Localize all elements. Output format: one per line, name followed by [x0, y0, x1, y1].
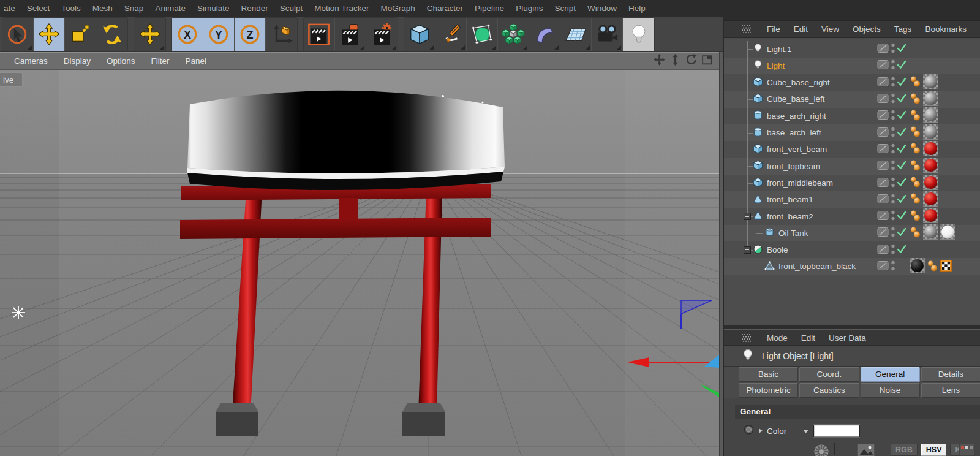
enabled-check-toggle[interactable]: [896, 59, 907, 72]
object-row-front-topbeam-black[interactable]: front_topbeam_black: [724, 258, 980, 275]
object-label[interactable]: front_beam1: [767, 191, 813, 208]
object-manager-list[interactable]: Light.1LightCube_base_rightCube_base_lef…: [724, 39, 980, 325]
material-black[interactable]: [910, 258, 925, 275]
object-manager-menu-edit[interactable]: Edit: [794, 25, 808, 34]
add-spline-button[interactable]: [435, 18, 467, 51]
collapse-toggle[interactable]: [744, 213, 751, 220]
layer-toggle[interactable]: [877, 244, 889, 256]
layer-toggle[interactable]: [877, 143, 889, 155]
menu-item-select[interactable]: Select: [27, 4, 50, 13]
collapse-toggle[interactable]: [744, 246, 751, 254]
phong-tag[interactable]: [910, 108, 921, 124]
tab-noise[interactable]: Noise: [861, 383, 920, 398]
color-mode-rgb[interactable]: RGB: [891, 444, 918, 456]
tab-basic[interactable]: Basic: [739, 367, 798, 382]
phong-tag[interactable]: [910, 125, 921, 140]
expand-arrow-icon[interactable]: [758, 425, 763, 436]
object-row-cube-base-right[interactable]: Cube_base_right: [724, 74, 980, 91]
object-label[interactable]: Oil Tank: [778, 225, 809, 241]
object-row-light[interactable]: Light: [724, 58, 980, 74]
enabled-check-toggle[interactable]: [896, 43, 907, 56]
layer-toggle[interactable]: [877, 211, 889, 222]
attribute-menu-edit[interactable]: Edit: [801, 333, 815, 343]
panel-splitter[interactable]: [719, 52, 723, 456]
tab-coord-[interactable]: Coord.: [799, 367, 859, 382]
menu-item-window[interactable]: Window: [587, 4, 617, 13]
menu-item-tools[interactable]: Tools: [61, 4, 81, 13]
add-deformer-button[interactable]: [529, 18, 560, 51]
viewport-menu-panel[interactable]: Panel: [186, 56, 207, 66]
viewport-menu-options[interactable]: Options: [107, 56, 135, 66]
material-gray[interactable]: [923, 224, 938, 241]
material-white[interactable]: [940, 224, 956, 241]
phong-tag[interactable]: [910, 192, 921, 207]
orbit-view-button[interactable]: [684, 54, 698, 69]
phong-tag[interactable]: [910, 92, 921, 107]
tab-caustics[interactable]: Caustics: [799, 383, 859, 398]
material-red[interactable]: [923, 158, 938, 175]
object-manager-menu-view[interactable]: View: [821, 25, 839, 34]
select-tool-button[interactable]: [2, 18, 34, 51]
phong-tag[interactable]: [910, 75, 921, 90]
visibility-dots-toggle[interactable]: [890, 158, 896, 175]
layer-toggle[interactable]: [877, 60, 889, 72]
object-label[interactable]: base_arch_left: [767, 124, 821, 141]
tab-general[interactable]: General: [861, 367, 920, 382]
enabled-check-toggle[interactable]: [896, 76, 907, 89]
viewport-menu-cameras[interactable]: Cameras: [14, 56, 48, 66]
phong-tag[interactable]: [910, 159, 921, 174]
menu-item-mesh[interactable]: Mesh: [92, 4, 113, 13]
enabled-check-toggle[interactable]: [896, 243, 907, 256]
rotate-tool-button[interactable]: [96, 18, 127, 51]
object-row-base-arch-left[interactable]: base_arch_left: [724, 124, 980, 141]
viewport-canvas[interactable]: [0, 70, 719, 456]
menu-item-mograph[interactable]: MoGraph: [381, 4, 415, 13]
enabled-check-toggle[interactable]: [896, 160, 907, 173]
material-red[interactable]: [923, 191, 938, 208]
material-gray[interactable]: [923, 107, 938, 124]
move-tool-button[interactable]: [34, 18, 65, 51]
menu-item-animate[interactable]: Animate: [155, 4, 186, 13]
visibility-dots-toggle[interactable]: [890, 141, 896, 158]
scale-tool-button[interactable]: [65, 18, 96, 51]
layer-toggle[interactable]: [877, 161, 889, 172]
layer-toggle[interactable]: [877, 261, 889, 273]
middle-beam[interactable]: [180, 218, 491, 239]
object-label[interactable]: front_vert_beam: [767, 141, 827, 158]
add-environment-button[interactable]: [560, 18, 592, 51]
visibility-dots-toggle[interactable]: [890, 91, 896, 108]
color-mode-hsv[interactable]: HSV: [921, 444, 947, 456]
material-gray[interactable]: [923, 91, 938, 108]
material-red[interactable]: [923, 141, 938, 158]
enabled-check-toggle[interactable]: [896, 177, 907, 189]
menu-item-character[interactable]: Character: [427, 4, 463, 13]
dropdown-arrow-icon[interactable]: [802, 425, 809, 436]
right-base[interactable]: [402, 412, 445, 436]
left-base[interactable]: [216, 412, 258, 436]
phong-tag[interactable]: [910, 226, 921, 241]
add-subdivision-surface-button[interactable]: [467, 18, 498, 51]
object-label[interactable]: front_topbeam_black: [778, 258, 856, 275]
phong-tag[interactable]: [910, 209, 921, 224]
material-gray[interactable]: [923, 74, 938, 91]
object-label[interactable]: Cube_base_right: [767, 74, 830, 91]
panel-grip-icon[interactable]: [741, 333, 751, 343]
left-base-top[interactable]: [216, 403, 258, 412]
viewport-panel[interactable]: CamerasDisplayOptionsFilterPanel ive: [0, 52, 719, 456]
right-base-top[interactable]: [402, 403, 445, 412]
color-mixer-icon[interactable]: [959, 444, 975, 456]
visibility-dots-toggle[interactable]: [890, 58, 896, 74]
add-light-button[interactable]: [623, 18, 654, 51]
visibility-dots-toggle[interactable]: [890, 41, 896, 58]
layer-toggle[interactable]: [877, 94, 889, 105]
object-row-boole[interactable]: Boole: [724, 241, 980, 258]
object-row-cube-base-left[interactable]: Cube_base_left: [724, 91, 980, 107]
menu-item-snap[interactable]: Snap: [124, 4, 144, 13]
menu-item-render[interactable]: Render: [241, 4, 268, 13]
render-settings-button[interactable]: [366, 18, 398, 51]
uvw-tag[interactable]: [940, 260, 952, 273]
enabled-check-toggle[interactable]: [896, 110, 907, 123]
object-manager-menu-objects[interactable]: Objects: [853, 25, 881, 34]
enabled-check-toggle[interactable]: [896, 126, 907, 139]
pan-view-button[interactable]: [652, 54, 666, 69]
